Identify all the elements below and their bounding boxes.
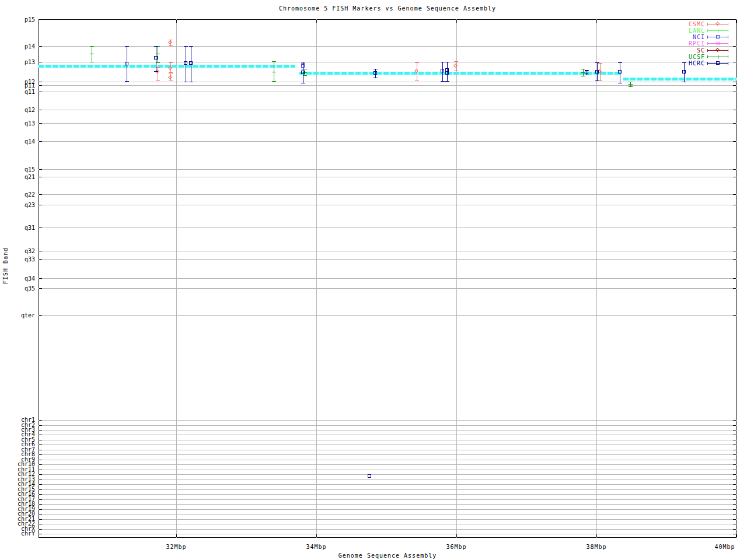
mbp-gridline [456, 19, 457, 538]
x-tick-bottom [456, 534, 457, 537]
band-label: p13 [0, 59, 35, 65]
band-gridline [39, 470, 736, 470]
x-tick-label: 36Mbp [435, 544, 477, 550]
y-tick-left [39, 194, 42, 195]
error-bar [158, 67, 158, 80]
band-label: q35 [0, 285, 35, 292]
band-gridline [39, 519, 736, 520]
band-label: p15 [0, 16, 35, 23]
error-bar-cap [90, 62, 94, 62]
error-bar-cap [415, 80, 419, 80]
band-gridline [39, 430, 736, 430]
band-gridline [39, 251, 736, 251]
legend-sample-cap [707, 23, 708, 26]
y-tick-right [733, 470, 736, 470]
y-tick-left [39, 430, 42, 430]
x-tick-top [176, 20, 177, 23]
series-marker-square [189, 61, 193, 65]
band-gridline [39, 425, 736, 426]
band-label: q23 [0, 202, 35, 208]
band-gridline [39, 123, 736, 124]
error-bar-cap [189, 82, 193, 82]
x-tick-label: 32Mbp [155, 544, 197, 550]
legend-sample-cap [728, 49, 728, 52]
y-tick-left [39, 484, 42, 485]
legend-sample-cap [728, 29, 728, 32]
y-tick-right [733, 450, 736, 450]
y-tick-right [733, 205, 736, 205]
band-gridline [39, 177, 736, 177]
error-bar-cap [441, 62, 445, 62]
y-tick-left [39, 123, 42, 124]
series-marker-square [682, 70, 686, 74]
error-bar-cap [581, 76, 585, 76]
y-tick-left [39, 489, 42, 490]
error-bar-cap [454, 61, 458, 62]
band-gridline [39, 420, 736, 421]
band-label: q21 [0, 174, 35, 180]
y-tick-right [733, 440, 736, 440]
legend-entry-label: NCI [670, 34, 705, 40]
band-gridline [39, 454, 736, 455]
y-tick-left [39, 464, 42, 465]
series-marker-plus [305, 71, 305, 75]
band-gridline [39, 529, 736, 530]
error-bar-cap [156, 80, 160, 81]
y-tick-left [39, 46, 42, 47]
band-label: q13 [0, 120, 35, 127]
legend-sample-cap [707, 49, 708, 52]
y-tick-right [733, 464, 736, 465]
y-tick-left [39, 228, 42, 228]
band-label: qter [0, 312, 35, 318]
band-gridline [39, 92, 736, 92]
y-tick-left [39, 474, 42, 475]
y-tick-left [39, 494, 42, 495]
error-bar-cap [585, 75, 589, 75]
band-gridline [39, 440, 736, 440]
band-label: q32 [0, 248, 35, 254]
y-tick-right [733, 499, 736, 500]
y-tick-right [733, 430, 736, 430]
legend-sample-cap [707, 42, 708, 45]
error-bar-cap [303, 69, 307, 69]
x-tick-top [316, 20, 317, 23]
legend-sample-cap [707, 36, 708, 38]
y-tick-left [39, 440, 42, 440]
y-tick-right [733, 123, 736, 124]
y-tick-left [39, 524, 42, 524]
series-marker-plus [274, 70, 274, 74]
y-tick-right [733, 141, 736, 142]
y-tick-left [39, 519, 42, 520]
y-tick-right [733, 474, 736, 475]
error-bar-cap [445, 62, 449, 62]
mbp-gridline [176, 19, 177, 538]
band-gridline [39, 259, 736, 260]
band-label: q14 [0, 138, 35, 145]
band-gridline [39, 110, 736, 110]
band-gridline [39, 141, 736, 142]
error-bar-cap [272, 81, 276, 82]
series-marker-square [154, 56, 158, 60]
band-gridline [39, 169, 736, 170]
y-tick-left [39, 450, 42, 450]
y-tick-right [733, 177, 736, 177]
y-tick-left [39, 529, 42, 530]
y-tick-left [39, 534, 42, 534]
error-bar-cap [598, 63, 602, 64]
y-tick-right [733, 514, 736, 514]
assembly-track-segment [623, 78, 736, 80]
y-tick-right [733, 169, 736, 170]
x-tick-bottom [736, 534, 737, 537]
x-tick-bottom [316, 534, 317, 537]
series-marker-square [301, 71, 305, 74]
band-gridline [39, 460, 736, 460]
y-tick-right [733, 435, 736, 435]
y-tick-left [39, 444, 42, 445]
band-gridline [39, 484, 736, 485]
y-tick-right [733, 259, 736, 260]
band-label: p11 [0, 82, 35, 89]
error-bar-cap [581, 69, 585, 69]
band-gridline [39, 435, 736, 435]
error-bar-cap [169, 72, 173, 73]
error-bar-cap [682, 82, 686, 82]
